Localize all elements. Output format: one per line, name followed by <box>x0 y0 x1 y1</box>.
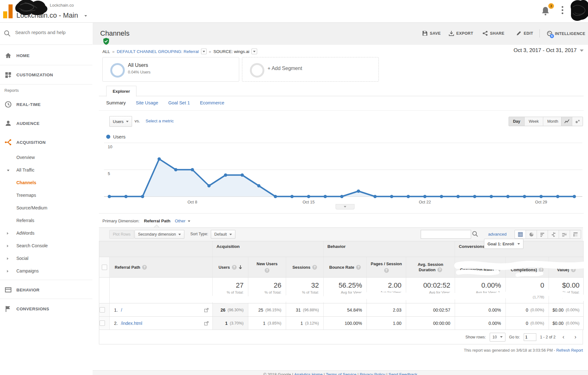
subtab-ecommerce[interactable]: Ecommerce <box>200 100 224 105</box>
account-breadcrumb[interactable]: Lockchain.co <box>50 3 74 8</box>
breadcrumb-all[interactable]: ALL <box>102 49 110 54</box>
more-menu-icon[interactable] <box>562 6 563 15</box>
tab-explorer[interactable]: Explorer <box>106 86 136 97</box>
breadcrumb-source[interactable]: SOURCE: wings.ai <box>213 49 249 54</box>
col-pages-session[interactable]: Pages / Session? <box>366 257 406 277</box>
sidebar-item-adwords[interactable]: AdWords <box>0 227 92 239</box>
view-comparison-button[interactable] <box>548 230 559 238</box>
goto-page-input[interactable] <box>524 333 536 341</box>
secondary-dimension-dropdown[interactable]: Secondary dimension <box>135 230 184 239</box>
row-checkbox[interactable] <box>100 307 105 313</box>
line-chart-toggle[interactable] <box>562 117 572 126</box>
analytics-home-link[interactable]: Analytics Home <box>294 372 322 375</box>
sidebar-item-referrals[interactable]: Referrals <box>0 214 92 227</box>
sort-type-dropdown[interactable]: Default <box>211 230 235 239</box>
open-in-new-icon[interactable] <box>204 308 209 312</box>
next-page-button[interactable]: › <box>571 333 579 341</box>
advanced-search-link[interactable]: advanced <box>488 232 507 237</box>
granularity-month[interactable]: Month <box>543 117 562 126</box>
intelligence-button[interactable]: 5 INTELLIGENCE <box>546 31 585 37</box>
sidebar-item-source-medium[interactable]: Source/Medium <box>0 202 92 214</box>
help-icon[interactable]: ? <box>356 265 361 270</box>
select-all-checkbox[interactable] <box>102 265 107 270</box>
help-icon[interactable]: ? <box>539 267 544 272</box>
help-icon[interactable]: ? <box>312 265 317 270</box>
help-icon[interactable]: ? <box>142 265 147 270</box>
sidebar-item-acquisition[interactable]: ACQUISITION <box>0 133 92 152</box>
col-referral-path[interactable]: Referral Path? <box>109 257 212 277</box>
refresh-report-link[interactable]: Refresh Report <box>556 348 583 353</box>
referral-path-link[interactable]: /index.html <box>121 321 142 326</box>
col-enroll-conversion-rate[interactable]: Enroll (Goal 1 Conversion Rate)? <box>455 257 505 277</box>
row-checkbox[interactable] <box>100 320 105 326</box>
col-new-users[interactable]: New Users? <box>248 257 286 277</box>
view-performance-button[interactable] <box>537 230 548 238</box>
notifications-button[interactable]: 3 <box>541 4 556 18</box>
sidebar-item-audience[interactable]: AUDIENCE <box>0 114 92 133</box>
col-enroll-value[interactable]: Enroll (Goal 1 Value)? <box>549 257 584 277</box>
show-rows-select[interactable]: 10 <box>490 333 505 342</box>
save-button[interactable]: SAVE <box>422 31 441 36</box>
help-icon[interactable]: ? <box>437 267 442 272</box>
open-in-new-icon[interactable] <box>204 321 209 325</box>
grouping-dropdown-button[interactable] <box>201 49 207 54</box>
primary-dimension-selected[interactable]: Referral Path <box>144 219 170 223</box>
sidebar-item-social[interactable]: Social <box>0 252 92 265</box>
terms-link[interactable]: Terms of Service <box>326 372 356 375</box>
primary-dimension-other[interactable]: Other <box>175 219 191 223</box>
add-segment-button[interactable]: + Add Segment <box>242 57 379 82</box>
sidebar-item-behavior[interactable]: BEHAVIOR <box>0 280 92 299</box>
view-term-cloud-button[interactable] <box>559 230 570 238</box>
col-users[interactable]: Users? <box>212 257 248 277</box>
date-range-picker[interactable]: Oct 3, 2017 - Oct 31, 2017 <box>514 47 584 54</box>
edit-button[interactable]: EDIT <box>516 31 533 36</box>
col-avg-session-duration[interactable]: Avg. Session Duration? <box>406 257 455 277</box>
help-icon[interactable]: ? <box>265 268 269 273</box>
granularity-week[interactable]: Week <box>524 117 543 126</box>
prev-page-button[interactable]: ‹ <box>559 333 568 341</box>
sidebar-item-conversions[interactable]: CONVERSIONS <box>0 299 92 318</box>
granularity-day[interactable]: Day <box>509 117 524 126</box>
col-bounce-rate[interactable]: Bounce Rate? <box>323 257 366 277</box>
segment-all-users[interactable]: All Users 0.04% Users <box>102 57 239 82</box>
motion-chart-toggle[interactable] <box>572 117 583 126</box>
table-search-button[interactable] <box>472 231 479 237</box>
sidebar-item-treemaps[interactable]: Treemaps <box>0 189 92 202</box>
help-icon[interactable]: ? <box>232 265 237 270</box>
sidebar-item-campaigns[interactable]: Campaigns <box>0 265 92 277</box>
view-percentage-button[interactable] <box>526 230 537 238</box>
sidebar-item-all-traffic[interactable]: All Traffic <box>0 164 92 176</box>
subtab-site-usage[interactable]: Site Usage <box>136 100 158 105</box>
feedback-link[interactable]: Send Feedback <box>389 372 417 375</box>
help-icon[interactable]: ? <box>571 267 576 272</box>
annotations-pull-tab[interactable] <box>336 204 355 209</box>
sidebar-item-channels[interactable]: Channels <box>0 176 92 189</box>
sidebar-item-customization[interactable]: CUSTOMIZATION <box>0 65 92 84</box>
sidebar-item-realtime[interactable]: REAL-TIME <box>0 95 92 114</box>
view-table-button[interactable] <box>515 230 526 238</box>
property-title[interactable]: Lockchain.co - Main <box>16 11 87 20</box>
select-metric-link[interactable]: Select a metric <box>146 119 174 123</box>
export-button[interactable]: EXPORT <box>449 31 473 36</box>
help-icon[interactable]: ? <box>496 267 500 272</box>
breadcrumb-grouping[interactable]: DEFAULT CHANNEL GROUPING: Referral <box>117 49 199 54</box>
sidebar-item-overview[interactable]: Overview <box>0 151 92 164</box>
metric-dropdown[interactable]: Users <box>109 116 132 127</box>
help-icon[interactable]: ? <box>384 268 389 273</box>
analytics-logo-icon[interactable] <box>3 3 15 19</box>
search-input[interactable] <box>14 29 85 35</box>
sidebar-item-home[interactable]: HOME <box>0 46 92 65</box>
subtab-summary[interactable]: Summary <box>106 100 126 105</box>
goal-selector-dropdown[interactable]: Goal 1: Enroll <box>484 239 523 249</box>
table-search-input[interactable] <box>422 231 471 238</box>
sidebar-search[interactable] <box>0 22 92 45</box>
subtab-goal-set-1[interactable]: Goal Set 1 <box>168 100 190 105</box>
view-pivot-button[interactable] <box>570 230 581 238</box>
col-sessions[interactable]: Sessions? <box>286 257 323 277</box>
col-enroll-completions[interactable]: Enroll (Goal 1 Completions)? <box>505 257 549 277</box>
source-dropdown-button[interactable] <box>251 49 257 54</box>
sidebar-item-search-console[interactable]: Search Console <box>0 239 92 252</box>
referral-path-link[interactable]: / <box>121 308 122 313</box>
privacy-link[interactable]: Privacy Policy <box>360 372 385 375</box>
share-button[interactable]: SHARE <box>482 31 504 36</box>
